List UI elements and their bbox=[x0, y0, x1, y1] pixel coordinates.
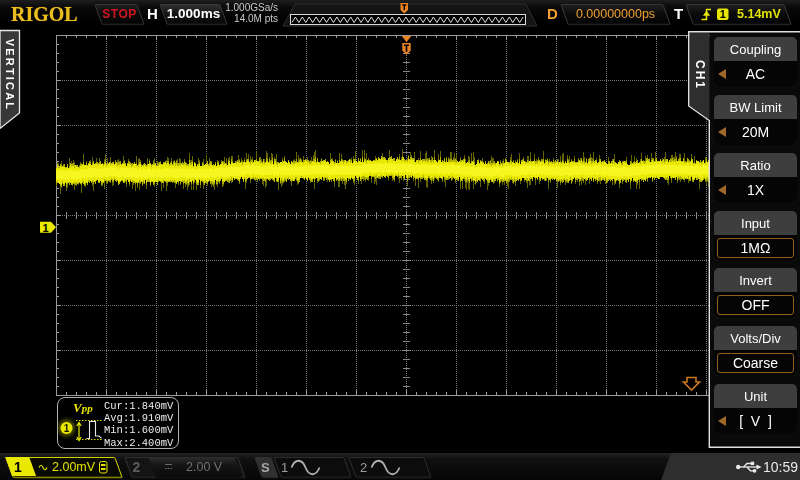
svg-text:1: 1 bbox=[720, 8, 726, 20]
svg-text:1: 1 bbox=[64, 423, 70, 434]
svg-text:1: 1 bbox=[42, 222, 48, 234]
